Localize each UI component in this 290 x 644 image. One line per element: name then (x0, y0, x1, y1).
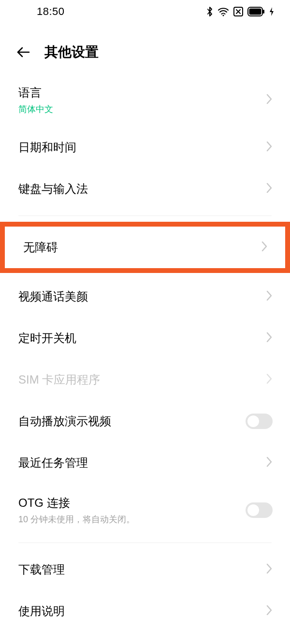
row-accessibility[interactable]: 无障碍 (5, 227, 285, 268)
toggle-autoplay[interactable] (246, 414, 273, 429)
row-label: SIM 卡应用程序 (18, 372, 100, 387)
row-label: 视频通话美颜 (18, 289, 88, 304)
chevron-right-icon (266, 604, 273, 618)
svg-point-0 (223, 15, 224, 16)
row-label: 自动播放演示视频 (18, 414, 111, 429)
page-header: 其他设置 (0, 23, 290, 73)
row-label: 定时开关机 (18, 330, 76, 346)
chevron-right-icon (266, 141, 273, 154)
row-sublabel: 简体中文 (18, 103, 53, 115)
row-manual[interactable]: 使用说明 (0, 590, 290, 632)
row-sim: SIM 卡应用程序 (0, 359, 290, 401)
chevron-right-icon (261, 241, 268, 254)
chevron-right-icon (266, 93, 273, 107)
bluetooth-icon (206, 6, 214, 17)
row-label: 日期和时间 (18, 140, 76, 155)
status-icons (206, 6, 275, 17)
svg-rect-3 (249, 9, 261, 15)
divider (18, 215, 272, 216)
row-label: OTG 连接 (18, 495, 135, 511)
chevron-right-icon (266, 331, 273, 345)
row-videobeauty[interactable]: 视频通话美颜 (0, 276, 290, 317)
chevron-right-icon (266, 456, 273, 470)
row-label: 无障碍 (23, 240, 58, 255)
settings-list: 语言 简体中文 日期和时间 键盘与输入法 无障碍 (0, 73, 290, 632)
row-label: 使用说明 (18, 603, 65, 619)
wifi-icon (218, 7, 229, 16)
toggle-thumb (247, 504, 259, 516)
toggle-thumb (247, 415, 259, 427)
row-autoplay[interactable]: 自动播放演示视频 (0, 401, 290, 442)
row-label: 最近任务管理 (18, 455, 88, 471)
charging-icon (269, 7, 275, 16)
status-bar: 18:50 (0, 0, 290, 23)
status-time: 18:50 (37, 5, 65, 18)
row-keyboard[interactable]: 键盘与输入法 (0, 168, 290, 210)
highlight-box: 无障碍 (0, 222, 290, 273)
row-otg[interactable]: OTG 连接 10 分钟未使用，将自动关闭。 (0, 484, 290, 537)
no-sim-icon (233, 6, 244, 17)
row-download[interactable]: 下载管理 (0, 549, 290, 590)
back-button[interactable] (14, 43, 33, 62)
battery-icon (247, 7, 265, 16)
page-title: 其他设置 (44, 43, 99, 61)
divider (18, 543, 272, 543)
chevron-right-icon (266, 373, 273, 386)
chevron-right-icon (266, 290, 273, 303)
row-label: 下载管理 (18, 562, 65, 577)
row-schedule[interactable]: 定时开关机 (0, 317, 290, 359)
chevron-right-icon (266, 182, 273, 196)
svg-rect-4 (263, 10, 264, 14)
row-label: 键盘与输入法 (18, 181, 88, 197)
chevron-right-icon (266, 563, 273, 576)
row-label: 语言 (18, 85, 53, 100)
row-datetime[interactable]: 日期和时间 (0, 127, 290, 168)
row-recent[interactable]: 最近任务管理 (0, 442, 290, 484)
toggle-otg[interactable] (246, 502, 273, 518)
row-sublabel: 10 分钟未使用，将自动关闭。 (18, 514, 135, 525)
row-language[interactable]: 语言 简体中文 (0, 73, 290, 127)
